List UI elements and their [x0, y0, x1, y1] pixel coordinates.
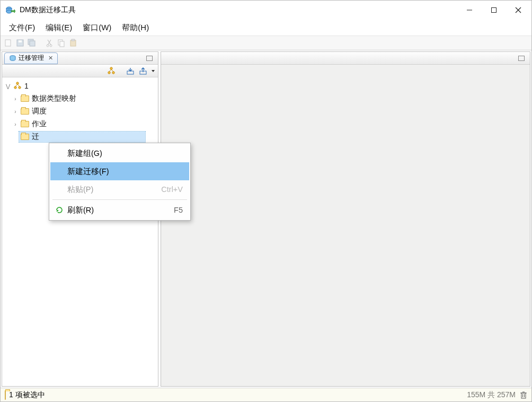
refresh-icon [54, 206, 65, 214]
tree-item-label: 迁 [32, 132, 39, 142]
tree-item-label: 调度 [32, 107, 47, 116]
svg-point-19 [110, 67, 112, 69]
panel-minimize-icon[interactable] [509, 54, 518, 63]
editor-panel [161, 51, 530, 387]
menu-edit[interactable]: 编辑(E) [40, 21, 77, 35]
folder-icon [5, 391, 6, 399]
svg-rect-9 [19, 40, 22, 42]
panel-tab-close-icon[interactable]: ✕ [48, 55, 53, 62]
maximize-button[interactable] [482, 2, 506, 18]
tree-root-label: 1 [24, 82, 29, 90]
svg-line-6 [516, 7, 521, 13]
editor-body [161, 65, 530, 386]
dropdown-caret-icon[interactable] [152, 70, 155, 72]
panel-tab-migration-manager[interactable]: 迁移管理 ✕ [4, 53, 58, 64]
svg-point-26 [19, 86, 21, 89]
svg-line-5 [516, 7, 521, 13]
context-menu-label: 粘贴(P) [65, 185, 161, 195]
cluster-icon[interactable] [107, 66, 116, 76]
svg-rect-11 [30, 41, 35, 46]
statusbar: 1 项被选中 155M 共 257M [1, 388, 531, 401]
context-menu-label: 刷新(R) [65, 205, 174, 215]
minimize-button[interactable] [457, 2, 482, 18]
context-menu-paste: 粘贴(P) Ctrl+V [50, 180, 189, 198]
status-memory: 155M 共 257M [467, 390, 516, 400]
export-icon[interactable] [138, 66, 148, 76]
svg-rect-27 [521, 393, 526, 398]
toolbar-save-icon[interactable] [15, 38, 25, 48]
svg-point-25 [14, 86, 16, 89]
svg-rect-7 [5, 40, 11, 46]
app-icon [6, 5, 15, 15]
tree-item-schedule[interactable]: › 调度 [2, 105, 158, 118]
panel-maximize-icon[interactable] [518, 56, 525, 61]
panel-maximize-icon[interactable] [146, 56, 153, 61]
expand-icon[interactable]: › [12, 121, 19, 127]
tree-item-datatype-mapping[interactable]: › 数据类型映射 [2, 92, 158, 105]
panel-tab-label: 迁移管理 [19, 54, 44, 63]
folder-icon [20, 133, 30, 141]
svg-point-21 [112, 71, 114, 73]
folder-icon [20, 94, 30, 103]
cluster-icon [13, 82, 22, 90]
context-menu-new-group[interactable]: 新建组(G) [50, 144, 189, 162]
toolbar-cut-icon[interactable] [45, 38, 55, 48]
main-toolbar [1, 36, 531, 50]
folder-icon [20, 107, 30, 116]
tree-item-migration[interactable]: › 迁 [2, 130, 158, 143]
svg-rect-15 [60, 41, 64, 47]
panel-toolbar [2, 65, 158, 77]
tree-item-job[interactable]: › 作业 [2, 118, 158, 130]
tree-item-label: 作业 [32, 119, 47, 129]
titlebar: DM数据迁移工具 [1, 1, 531, 20]
folder-icon [20, 120, 30, 128]
svg-point-20 [108, 71, 110, 73]
toolbar-paste-icon[interactable] [68, 38, 78, 48]
tree-item-label: 数据类型映射 [32, 94, 76, 103]
context-menu-label: 新建组(G) [65, 148, 183, 159]
menubar: 文件(F) 编辑(E) 窗口(W) 帮助(H) [1, 20, 531, 36]
context-menu-new-migration[interactable]: 新建迁移(F) [50, 162, 189, 180]
menu-file[interactable]: 文件(F) [4, 21, 40, 35]
expand-icon[interactable]: › [12, 96, 19, 102]
close-button[interactable] [506, 2, 530, 18]
migration-tree[interactable]: ⋁ 1 › 数据类型映射 › [2, 77, 158, 145]
db-mini-icon [9, 55, 16, 62]
toolbar-copy-icon[interactable] [57, 38, 66, 48]
menu-help[interactable]: 帮助(H) [117, 21, 154, 35]
svg-rect-16 [70, 40, 76, 46]
import-icon[interactable] [126, 66, 135, 76]
context-menu-shortcut: F5 [174, 206, 183, 214]
svg-point-24 [16, 82, 19, 84]
menu-window[interactable]: 窗口(W) [77, 21, 117, 35]
context-menu-label: 新建迁移(F) [65, 167, 183, 177]
context-menu-shortcut: Ctrl+V [161, 185, 183, 194]
toolbar-new-icon[interactable] [4, 38, 13, 48]
context-menu-refresh[interactable]: 刷新(R) F5 [50, 201, 189, 219]
expand-icon[interactable]: › [12, 109, 19, 115]
window-title: DM数据迁移工具 [20, 5, 457, 15]
collapse-icon[interactable]: ⋁ [4, 83, 12, 89]
context-menu: 新建组(G) 新建迁移(F) 粘贴(P) Ctrl+V 刷新(R) F5 [49, 143, 191, 221]
trash-icon[interactable] [520, 391, 527, 399]
toolbar-saveall-icon[interactable] [27, 38, 37, 48]
status-text: 1 项被选中 [9, 390, 45, 400]
svg-rect-4 [492, 8, 496, 13]
svg-rect-17 [72, 39, 75, 41]
panel-minimize-icon[interactable] [137, 54, 146, 63]
tree-root[interactable]: ⋁ 1 [2, 80, 158, 92]
